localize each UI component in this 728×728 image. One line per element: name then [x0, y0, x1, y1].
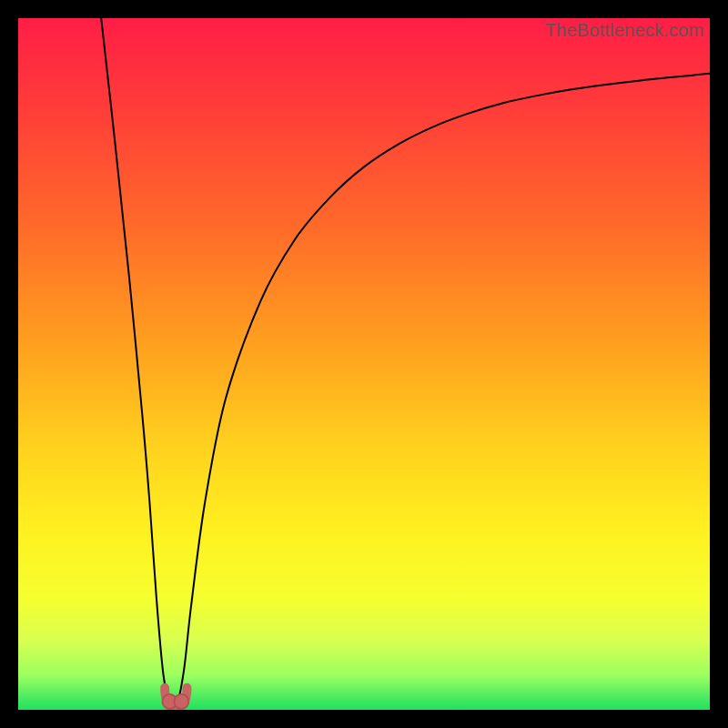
curve-marker	[174, 694, 188, 709]
chart-frame: TheBottleneck.com	[0, 0, 728, 728]
plot-area: TheBottleneck.com	[18, 18, 710, 710]
bottleneck-curve	[18, 18, 710, 710]
